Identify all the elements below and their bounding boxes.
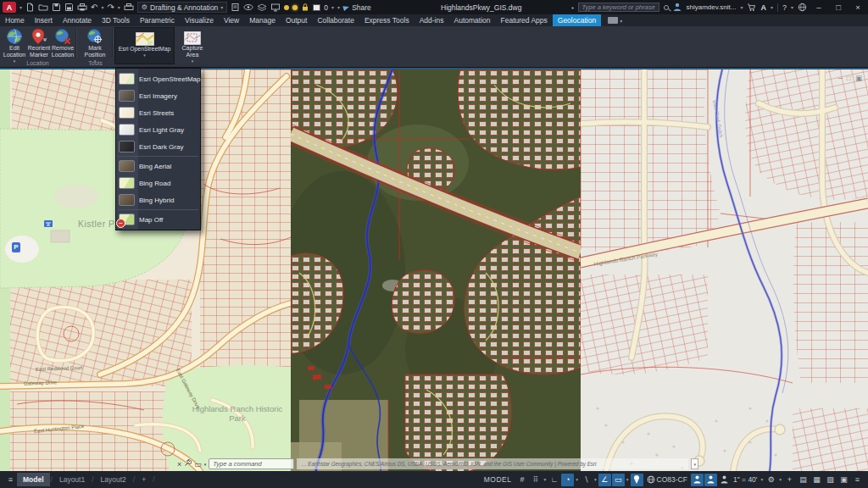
isolate-objects-icon[interactable]: ▨ [824, 474, 837, 486]
isodraft-caret-icon[interactable]: ▾ [594, 477, 597, 482]
tab-visualize[interactable]: Visualize [180, 14, 219, 26]
window-maximize-button[interactable]: □ [831, 3, 846, 12]
qat-customize-caret-icon[interactable]: ▾ [337, 4, 340, 10]
map-item-esri-streets[interactable]: Esri Streets [116, 104, 200, 121]
sheet-set-icon[interactable] [231, 3, 240, 12]
qat-open-folder-icon[interactable] [38, 3, 48, 12]
snap-caret-icon[interactable]: ▾ [544, 477, 547, 482]
command-input[interactable]: Type a command [209, 458, 294, 469]
qat-redo-icon[interactable]: ↷ [107, 3, 114, 12]
layers-icon[interactable] [257, 3, 267, 12]
search-icon[interactable] [664, 5, 669, 10]
snap-mode-icon[interactable]: ⠿ [530, 474, 542, 486]
capture-area-button[interactable]: Capture Area ▾ [176, 27, 209, 64]
object-snap-icon[interactable]: ▭ [612, 474, 625, 486]
qat-save-icon[interactable] [52, 3, 61, 12]
tab-view[interactable]: View [219, 14, 244, 26]
workspace-switching-icon[interactable]: ⚙ [765, 474, 777, 486]
map-item-esri-openstreetmap[interactable]: Esri OpenStreetMap [116, 70, 200, 87]
grid-display-icon[interactable]: # [516, 474, 529, 486]
search-input[interactable]: Type a keyword or phrase [578, 3, 659, 12]
annotation-monitor-icon[interactable]: + [783, 474, 796, 486]
map-item-esri-imagery[interactable]: Esri Imagery [116, 87, 200, 104]
help-icon[interactable]: ? [782, 3, 787, 12]
viewport-minimize-icon[interactable]: – [838, 74, 843, 82]
workspace-caret-icon[interactable]: ▾ [779, 477, 782, 482]
lock-icon[interactable] [301, 3, 309, 12]
qat-redo-caret-icon[interactable]: ▾ [118, 4, 120, 10]
lamp-on-icon[interactable] [284, 5, 289, 10]
layer-caret-icon[interactable]: ▾ [331, 4, 334, 10]
monitor-icon[interactable] [270, 3, 281, 12]
command-customize-wrench-icon[interactable] [184, 459, 192, 469]
workspace-selector[interactable]: ⚙ Drafting & Annotation ▾ [137, 2, 228, 13]
command-line-bar[interactable]: × ▭ ▾ Type a command … Earthstar Geograp… [177, 458, 698, 470]
lamp-brightness-icon[interactable] [292, 5, 298, 10]
tab-add-ins[interactable]: Add-ins [415, 14, 449, 26]
eye-icon[interactable] [243, 3, 253, 11]
tab-collaborate[interactable]: Collaborate [312, 14, 359, 26]
share-button[interactable]: Share [343, 3, 371, 12]
map-item-bing-road[interactable]: Bing Road [116, 175, 200, 191]
coordinate-system-badge[interactable]: CO83-CF [647, 475, 687, 484]
remove-location-button[interactable]: Remove Location [51, 27, 75, 64]
viewport-restore-icon[interactable]: ▣ [855, 74, 862, 82]
reorient-marker-button[interactable]: Reorient Marker [27, 27, 51, 64]
clean-screen-icon[interactable]: ▣ [837, 474, 850, 486]
layout1-tab[interactable]: Layout1 [53, 473, 91, 486]
polar-caret-icon[interactable]: ▾ [576, 477, 578, 482]
edit-location-button[interactable]: Edit Location ▾ [3, 27, 26, 64]
customization-menu-icon[interactable]: ≡ [851, 474, 864, 486]
mark-position-button[interactable]: Mark Position ▾ [79, 27, 111, 64]
command-close-icon[interactable]: × [177, 460, 181, 469]
graphics-performance-icon[interactable]: ▦ [810, 474, 823, 486]
app-menu-caret-icon[interactable]: ▾ [19, 4, 22, 10]
ortho-mode-icon[interactable]: ∟ [548, 474, 560, 486]
tab-insert[interactable]: Insert [30, 14, 58, 26]
help-caret-icon[interactable]: ▾ [791, 4, 793, 10]
isodraft-icon[interactable]: ∖ [580, 474, 593, 486]
map-item-bing-hybrid[interactable]: Bing Hybrid [116, 191, 200, 208]
qat-plot-icon[interactable] [77, 3, 87, 12]
command-history-icon[interactable]: ▭ [194, 460, 202, 469]
tab-express-tools[interactable]: Express Tools [359, 14, 415, 26]
model-tab[interactable]: Model [17, 473, 50, 486]
geolocation-pin-icon[interactable] [631, 474, 643, 486]
autodesk-menu-caret-icon[interactable]: ▾ [771, 4, 773, 10]
annotation-scale-caret-icon[interactable]: ▾ [760, 477, 763, 482]
tab-automation[interactable]: Automation [448, 14, 495, 26]
object-snap-tracking-icon[interactable]: ∠ [598, 474, 611, 486]
annotation-visibility-icon[interactable] [691, 474, 704, 486]
map-right-light-gray[interactable] [581, 69, 868, 471]
model-space-indicator[interactable]: MODEL [484, 475, 512, 484]
map-item-esri-light-gray[interactable]: Esri Light Gray [116, 121, 200, 138]
window-minimize-button[interactable]: – [811, 3, 826, 12]
map-middle-aerial-imagery[interactable] [291, 69, 581, 471]
tab-parametric[interactable]: Parametric [135, 14, 180, 26]
annotation-scale-icon[interactable] [718, 474, 731, 486]
command-history-caret-icon[interactable]: ▾ [204, 462, 207, 467]
window-close-button[interactable]: × [850, 3, 865, 12]
qat-new-file-icon[interactable] [25, 3, 35, 12]
qat-undo-caret-icon[interactable]: ▾ [101, 4, 103, 10]
osnap-caret-icon[interactable]: ▾ [626, 477, 629, 482]
tab-manage[interactable]: Manage [244, 14, 281, 26]
map-item-esri-dark-gray[interactable]: Esri Dark Gray [116, 138, 200, 155]
new-layout-button[interactable]: + [136, 473, 152, 486]
layout2-tab[interactable]: Layout2 [95, 473, 132, 486]
map-item-bing-aerial[interactable]: Bing Aerial [116, 158, 200, 175]
user-avatar-icon[interactable] [673, 3, 682, 12]
tab-featured-apps[interactable]: Featured Apps [495, 14, 552, 26]
signed-in-user[interactable]: shiyamdev.snit... [686, 3, 736, 11]
ribbon-display-toggle[interactable]: ▾ [608, 17, 622, 24]
tab-home[interactable]: Home [0, 14, 30, 26]
autocad-logo[interactable]: A [3, 2, 16, 13]
tab-output[interactable]: Output [281, 14, 313, 26]
layout-menu-icon[interactable]: ≡ [4, 474, 17, 486]
tab-annotate[interactable]: Annotate [58, 14, 97, 26]
notifications-globe-icon[interactable] [798, 3, 807, 12]
annotation-autoscale-icon[interactable] [704, 474, 717, 486]
units-icon[interactable]: ▤ [797, 474, 810, 486]
map-item-map-off[interactable]: Map Off [116, 211, 200, 228]
qat-print-icon[interactable] [124, 3, 134, 12]
